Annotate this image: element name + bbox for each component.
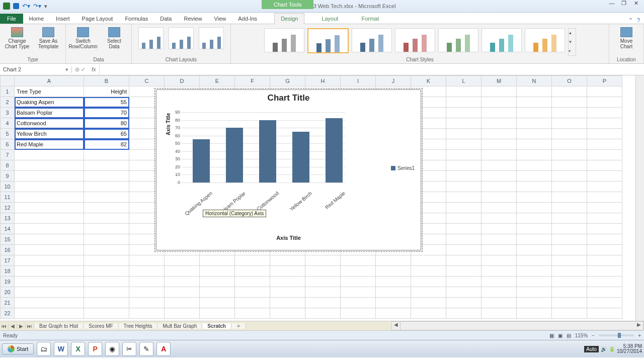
cell-A20[interactable] xyxy=(15,287,84,298)
col-head-N[interactable]: N xyxy=(517,76,552,86)
cell-L1[interactable] xyxy=(446,86,481,97)
cell-A8[interactable] xyxy=(15,160,84,171)
row-head-19[interactable]: 19 xyxy=(1,277,15,287)
cell-P8[interactable] xyxy=(587,160,622,171)
col-head-F[interactable]: F xyxy=(235,76,270,86)
cell-M13[interactable] xyxy=(481,213,517,224)
ribbon-minimize-icon[interactable]: ⌃ xyxy=(628,17,633,24)
fx-buttons[interactable]: ⊘ ✓ xyxy=(72,66,89,73)
fx-icon[interactable]: fx xyxy=(89,66,99,72)
horizontal-scrollbar[interactable]: ◀▶ xyxy=(391,321,644,330)
cell-O3[interactable] xyxy=(552,108,587,118)
cell-F20[interactable] xyxy=(235,287,270,298)
bar-4[interactable] xyxy=(326,118,343,183)
cell-A12[interactable] xyxy=(15,203,84,213)
cell-O21[interactable] xyxy=(552,298,587,308)
cell-M7[interactable] xyxy=(481,150,517,160)
redo-icon[interactable]: ↷▾ xyxy=(33,3,41,10)
cell-M14[interactable] xyxy=(481,224,517,234)
cell-O10[interactable] xyxy=(552,182,587,192)
cell-P18[interactable] xyxy=(587,266,622,277)
xtick[interactable]: Red Maple xyxy=(308,191,346,224)
cell-P10[interactable] xyxy=(587,182,622,192)
undo-icon[interactable]: ↶▾ xyxy=(22,3,30,10)
sheet-tab-mult-bar[interactable]: Mult Bar Graph xyxy=(157,323,202,329)
cell-G20[interactable] xyxy=(270,287,305,298)
chart-style-thumb-6[interactable] xyxy=(481,28,522,52)
sheet-nav-last-icon[interactable]: ⏭ xyxy=(26,323,34,329)
xtick[interactable]: Yellow Birch xyxy=(275,191,313,224)
row-head-14[interactable]: 14 xyxy=(1,224,15,234)
chart-layout-thumb-3[interactable] xyxy=(199,27,224,49)
cell-B10[interactable] xyxy=(84,182,129,192)
cell-P20[interactable] xyxy=(587,287,622,298)
cell-O13[interactable] xyxy=(552,213,587,224)
cell-I18[interactable] xyxy=(341,266,376,277)
cell-L18[interactable] xyxy=(446,266,481,277)
zoom-slider[interactable] xyxy=(599,334,634,336)
chart-plot-area[interactable]: 0102030405060708090Quaking AspenBalsam P… xyxy=(182,112,345,183)
view-normal-icon[interactable]: ▦ xyxy=(549,333,554,338)
cell-L6[interactable] xyxy=(446,139,481,150)
col-head-L[interactable]: L xyxy=(446,76,481,86)
cell-B5[interactable]: 65 xyxy=(84,129,129,139)
cell-B4[interactable]: 80 xyxy=(84,118,129,129)
cell-K20[interactable] xyxy=(411,287,446,298)
save-icon[interactable] xyxy=(13,3,19,9)
cell-L10[interactable] xyxy=(446,182,481,192)
tab-layout[interactable]: Layout xyxy=(315,14,344,24)
row-head-12[interactable]: 12 xyxy=(1,203,15,213)
change-chart-type-button[interactable]: Change Chart Type xyxy=(4,27,30,49)
col-head-K[interactable]: K xyxy=(411,76,446,86)
cell-J17[interactable] xyxy=(376,255,411,266)
row-head-11[interactable]: 11 xyxy=(1,192,15,203)
cell-A5[interactable]: Yellow Birch xyxy=(15,129,84,139)
cell-M2[interactable] xyxy=(481,97,517,108)
cell-M19[interactable] xyxy=(481,277,517,287)
cell-I21[interactable] xyxy=(341,298,376,308)
cell-M10[interactable] xyxy=(481,182,517,192)
name-box[interactable]: Chart 2▾ xyxy=(0,66,72,73)
cell-B21[interactable] xyxy=(84,298,129,308)
cell-O12[interactable] xyxy=(552,203,587,213)
cell-N13[interactable] xyxy=(517,213,552,224)
cell-A15[interactable] xyxy=(15,234,84,245)
row-head-9[interactable]: 9 xyxy=(1,171,15,182)
row-head-18[interactable]: 18 xyxy=(1,266,15,277)
cell-M15[interactable] xyxy=(481,234,517,245)
cell-K17[interactable] xyxy=(411,255,446,266)
cell-C19[interactable] xyxy=(129,277,165,287)
col-head-I[interactable]: I xyxy=(341,76,376,86)
cell-F22[interactable] xyxy=(235,308,270,319)
chart-style-thumb-5[interactable] xyxy=(438,28,478,52)
cell-G22[interactable] xyxy=(270,308,305,319)
cell-O15[interactable] xyxy=(552,234,587,245)
cell-D20[interactable] xyxy=(165,287,200,298)
row-head-15[interactable]: 15 xyxy=(1,234,15,245)
row-head-5[interactable]: 5 xyxy=(1,129,15,139)
cell-B13[interactable] xyxy=(84,213,129,224)
cell-M12[interactable] xyxy=(481,203,517,213)
cell-L15[interactable] xyxy=(446,234,481,245)
cell-C17[interactable] xyxy=(129,255,165,266)
tab-design[interactable]: Design xyxy=(274,13,304,24)
cell-N3[interactable] xyxy=(517,108,552,118)
view-page-break-icon[interactable]: ▤ xyxy=(567,333,571,338)
cell-M8[interactable] xyxy=(481,160,517,171)
cell-P17[interactable] xyxy=(587,255,622,266)
row-head-16[interactable]: 16 xyxy=(1,245,15,255)
close-icon[interactable]: ✕ xyxy=(630,0,642,8)
cell-M18[interactable] xyxy=(481,266,517,277)
cell-H22[interactable] xyxy=(305,308,341,319)
tab-view[interactable]: View xyxy=(208,14,232,24)
cell-N15[interactable] xyxy=(517,234,552,245)
bar-2[interactable] xyxy=(259,120,276,183)
cell-A6[interactable]: Red Maple xyxy=(15,139,84,150)
taskbar-acrobat-icon[interactable]: A xyxy=(156,342,171,356)
cell-P19[interactable] xyxy=(587,277,622,287)
cell-O22[interactable] xyxy=(552,308,587,319)
cell-B15[interactable] xyxy=(84,234,129,245)
chart-style-thumb-7[interactable] xyxy=(525,28,565,52)
chart-styles-more-icon[interactable]: ▲▼▾ xyxy=(568,28,576,56)
cell-N5[interactable] xyxy=(517,129,552,139)
